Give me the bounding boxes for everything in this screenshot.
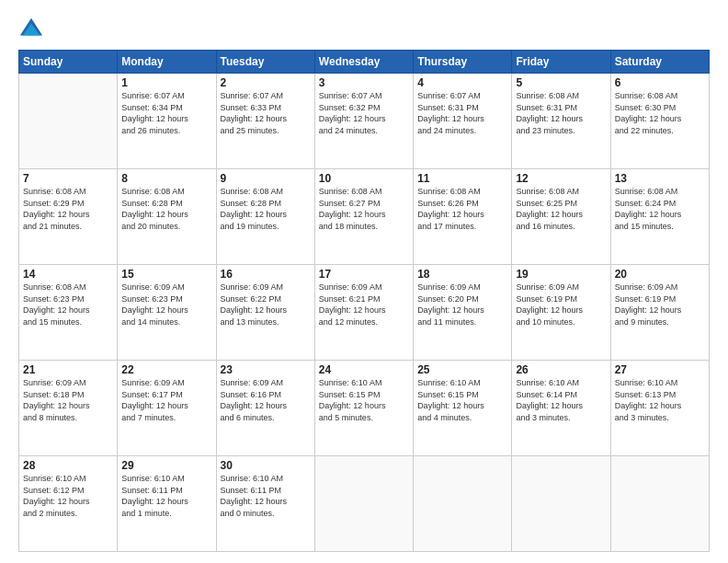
day-info: Sunrise: 6:08 AM Sunset: 6:30 PM Dayligh… [615, 90, 705, 136]
day-cell-25: 25Sunrise: 6:10 AM Sunset: 6:15 PM Dayli… [414, 361, 512, 456]
logo-icon [18, 17, 44, 42]
day-info: Sunrise: 6:08 AM Sunset: 6:26 PM Dayligh… [417, 186, 507, 232]
day-info: Sunrise: 6:10 AM Sunset: 6:14 PM Dayligh… [516, 377, 606, 423]
day-cell-19: 19Sunrise: 6:09 AM Sunset: 6:19 PM Dayli… [512, 265, 610, 361]
week-row-2: 7Sunrise: 6:08 AM Sunset: 6:29 PM Daylig… [19, 169, 710, 265]
day-info: Sunrise: 6:08 AM Sunset: 6:23 PM Dayligh… [23, 282, 113, 327]
day-info: Sunrise: 6:08 AM Sunset: 6:25 PM Dayligh… [516, 186, 606, 232]
day-number: 21 [23, 363, 113, 376]
day-number: 2 [221, 76, 311, 89]
day-info: Sunrise: 6:08 AM Sunset: 6:27 PM Dayligh… [319, 186, 409, 232]
day-cell-12: 12Sunrise: 6:08 AM Sunset: 6:25 PM Dayli… [512, 169, 610, 265]
day-number: 30 [221, 459, 311, 472]
day-info: Sunrise: 6:10 AM Sunset: 6:11 PM Dayligh… [121, 473, 211, 519]
empty-cell [19, 74, 118, 169]
calendar-table: SundayMondayTuesdayWednesdayThursdayFrid… [18, 50, 710, 552]
day-number: 6 [615, 76, 705, 89]
calendar-header-saturday: Saturday [610, 51, 709, 74]
day-number: 13 [615, 172, 705, 185]
logo [18, 17, 48, 42]
calendar-header-thursday: Thursday [414, 51, 512, 74]
empty-cell [512, 456, 610, 552]
empty-cell [610, 456, 709, 552]
day-cell-29: 29Sunrise: 6:10 AM Sunset: 6:11 PM Dayli… [118, 456, 216, 552]
day-info: Sunrise: 6:09 AM Sunset: 6:19 PM Dayligh… [516, 282, 606, 327]
day-cell-22: 22Sunrise: 6:09 AM Sunset: 6:17 PM Dayli… [118, 361, 216, 456]
day-info: Sunrise: 6:09 AM Sunset: 6:19 PM Dayligh… [615, 282, 705, 327]
day-cell-6: 6Sunrise: 6:08 AM Sunset: 6:30 PM Daylig… [610, 74, 709, 169]
day-cell-20: 20Sunrise: 6:09 AM Sunset: 6:19 PM Dayli… [610, 265, 709, 361]
day-cell-23: 23Sunrise: 6:09 AM Sunset: 6:16 PM Dayli… [216, 361, 314, 456]
day-number: 27 [615, 363, 705, 376]
day-cell-21: 21Sunrise: 6:09 AM Sunset: 6:18 PM Dayli… [19, 361, 118, 456]
day-info: Sunrise: 6:10 AM Sunset: 6:15 PM Dayligh… [319, 377, 409, 423]
day-info: Sunrise: 6:07 AM Sunset: 6:32 PM Dayligh… [319, 90, 409, 136]
calendar-header-monday: Monday [118, 51, 216, 74]
day-number: 3 [319, 76, 409, 89]
day-info: Sunrise: 6:10 AM Sunset: 6:11 PM Dayligh… [221, 473, 311, 519]
day-info: Sunrise: 6:09 AM Sunset: 6:18 PM Dayligh… [23, 377, 113, 423]
day-info: Sunrise: 6:09 AM Sunset: 6:20 PM Dayligh… [417, 282, 507, 327]
day-cell-1: 1Sunrise: 6:07 AM Sunset: 6:34 PM Daylig… [118, 74, 216, 169]
day-info: Sunrise: 6:08 AM Sunset: 6:28 PM Dayligh… [221, 186, 311, 232]
day-number: 8 [121, 172, 211, 185]
day-cell-26: 26Sunrise: 6:10 AM Sunset: 6:14 PM Dayli… [512, 361, 610, 456]
day-info: Sunrise: 6:08 AM Sunset: 6:29 PM Dayligh… [23, 186, 113, 232]
day-info: Sunrise: 6:09 AM Sunset: 6:22 PM Dayligh… [221, 282, 311, 327]
day-info: Sunrise: 6:09 AM Sunset: 6:23 PM Dayligh… [121, 282, 211, 327]
day-cell-17: 17Sunrise: 6:09 AM Sunset: 6:21 PM Dayli… [314, 265, 413, 361]
week-row-4: 21Sunrise: 6:09 AM Sunset: 6:18 PM Dayli… [19, 361, 710, 456]
day-cell-3: 3Sunrise: 6:07 AM Sunset: 6:32 PM Daylig… [314, 74, 413, 169]
day-info: Sunrise: 6:08 AM Sunset: 6:24 PM Dayligh… [615, 186, 705, 232]
day-number: 5 [516, 76, 606, 89]
day-cell-11: 11Sunrise: 6:08 AM Sunset: 6:26 PM Dayli… [414, 169, 512, 265]
day-number: 15 [121, 268, 211, 281]
day-number: 4 [417, 76, 507, 89]
day-number: 20 [615, 268, 705, 281]
calendar-header-wednesday: Wednesday [314, 51, 413, 74]
day-info: Sunrise: 6:09 AM Sunset: 6:17 PM Dayligh… [121, 377, 211, 423]
week-row-3: 14Sunrise: 6:08 AM Sunset: 6:23 PM Dayli… [19, 265, 710, 361]
day-number: 23 [221, 363, 311, 376]
day-info: Sunrise: 6:10 AM Sunset: 6:13 PM Dayligh… [615, 377, 705, 423]
day-number: 14 [23, 268, 113, 281]
day-number: 19 [516, 268, 606, 281]
calendar-header-friday: Friday [512, 51, 610, 74]
week-row-1: 1Sunrise: 6:07 AM Sunset: 6:34 PM Daylig… [19, 74, 710, 169]
day-number: 7 [23, 172, 113, 185]
day-number: 12 [516, 172, 606, 185]
week-row-5: 28Sunrise: 6:10 AM Sunset: 6:12 PM Dayli… [19, 456, 710, 552]
day-info: Sunrise: 6:07 AM Sunset: 6:34 PM Dayligh… [121, 90, 211, 136]
day-number: 1 [121, 76, 211, 89]
day-cell-2: 2Sunrise: 6:07 AM Sunset: 6:33 PM Daylig… [216, 74, 314, 169]
day-number: 10 [319, 172, 409, 185]
day-info: Sunrise: 6:08 AM Sunset: 6:31 PM Dayligh… [516, 90, 606, 136]
day-info: Sunrise: 6:10 AM Sunset: 6:15 PM Dayligh… [417, 377, 507, 423]
empty-cell [314, 456, 413, 552]
day-number: 28 [23, 459, 113, 472]
day-cell-13: 13Sunrise: 6:08 AM Sunset: 6:24 PM Dayli… [610, 169, 709, 265]
day-number: 26 [516, 363, 606, 376]
day-info: Sunrise: 6:08 AM Sunset: 6:28 PM Dayligh… [121, 186, 211, 232]
day-cell-27: 27Sunrise: 6:10 AM Sunset: 6:13 PM Dayli… [610, 361, 709, 456]
day-cell-9: 9Sunrise: 6:08 AM Sunset: 6:28 PM Daylig… [216, 169, 314, 265]
empty-cell [414, 456, 512, 552]
day-cell-8: 8Sunrise: 6:08 AM Sunset: 6:28 PM Daylig… [118, 169, 216, 265]
calendar-header-tuesday: Tuesday [216, 51, 314, 74]
day-cell-30: 30Sunrise: 6:10 AM Sunset: 6:11 PM Dayli… [216, 456, 314, 552]
page: SundayMondayTuesdayWednesdayThursdayFrid… [0, 0, 728, 563]
day-cell-5: 5Sunrise: 6:08 AM Sunset: 6:31 PM Daylig… [512, 74, 610, 169]
day-number: 22 [121, 363, 211, 376]
day-cell-7: 7Sunrise: 6:08 AM Sunset: 6:29 PM Daylig… [19, 169, 118, 265]
day-number: 11 [417, 172, 507, 185]
day-number: 9 [221, 172, 311, 185]
day-info: Sunrise: 6:09 AM Sunset: 6:21 PM Dayligh… [319, 282, 409, 327]
day-cell-14: 14Sunrise: 6:08 AM Sunset: 6:23 PM Dayli… [19, 265, 118, 361]
day-cell-15: 15Sunrise: 6:09 AM Sunset: 6:23 PM Dayli… [118, 265, 216, 361]
header [18, 17, 710, 42]
calendar-header-row: SundayMondayTuesdayWednesdayThursdayFrid… [19, 51, 710, 74]
day-cell-4: 4Sunrise: 6:07 AM Sunset: 6:31 PM Daylig… [414, 74, 512, 169]
day-cell-10: 10Sunrise: 6:08 AM Sunset: 6:27 PM Dayli… [314, 169, 413, 265]
calendar-header-sunday: Sunday [19, 51, 118, 74]
day-number: 25 [417, 363, 507, 376]
